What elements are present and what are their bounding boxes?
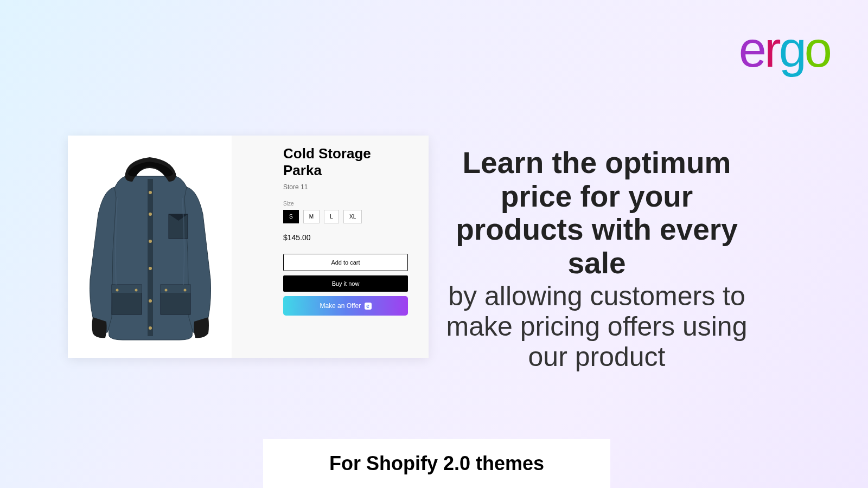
size-m-button[interactable]: M [303, 210, 320, 223]
logo-letter-r: r [764, 22, 779, 77]
svg-point-7 [149, 267, 152, 270]
size-l-button[interactable]: L [324, 210, 339, 223]
svg-point-11 [135, 289, 138, 292]
svg-point-4 [149, 191, 152, 194]
make-offer-label: Make an Offer [320, 302, 361, 310]
svg-point-6 [149, 240, 152, 243]
logo-letter-o: o [805, 22, 830, 77]
logo-letter-g: g [779, 22, 805, 77]
logo-letter-e: e [739, 22, 764, 77]
make-offer-button[interactable]: Make an Offer e [283, 296, 408, 316]
svg-point-10 [116, 289, 119, 292]
parka-illustration [74, 144, 226, 350]
headline: Learn the optimum price for your product… [439, 146, 754, 372]
product-card: Cold Storage Parka Store 11 Size S M L X… [68, 136, 429, 358]
svg-point-12 [165, 289, 168, 292]
headline-regular: by allowing customers to make pricing of… [439, 281, 754, 372]
buy-now-button[interactable]: Buy it now [283, 275, 408, 292]
product-price: $145.00 [283, 233, 412, 242]
offer-icon: e [365, 303, 372, 310]
product-details: Cold Storage Parka Store 11 Size S M L X… [232, 136, 429, 358]
brand-logo: ergo [739, 24, 830, 74]
add-to-cart-button[interactable]: Add to cart [283, 254, 408, 271]
product-title: Cold Storage Parka [283, 145, 412, 179]
footer-text: For Shopify 2.0 themes [329, 452, 544, 475]
svg-point-8 [149, 299, 152, 303]
size-options: S M L XL [283, 210, 412, 223]
size-s-button[interactable]: S [283, 210, 299, 223]
svg-point-5 [149, 213, 152, 216]
svg-point-9 [149, 326, 152, 330]
footer-banner: For Shopify 2.0 themes [263, 439, 610, 488]
size-xl-button[interactable]: XL [343, 210, 362, 223]
svg-point-13 [184, 289, 187, 292]
store-name: Store 11 [283, 183, 412, 191]
svg-rect-0 [148, 179, 153, 336]
size-label: Size [283, 201, 412, 207]
headline-bold: Learn the optimum price for your product… [439, 146, 754, 280]
product-image [68, 136, 232, 358]
